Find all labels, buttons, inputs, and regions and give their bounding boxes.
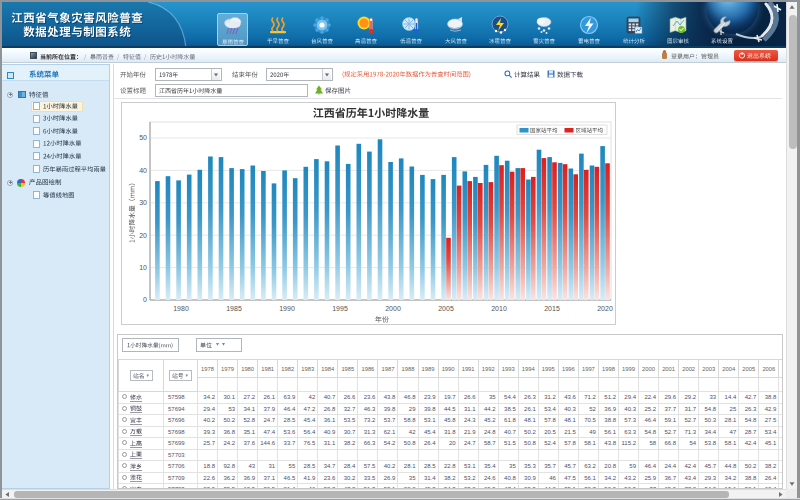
svg-text:1995: 1995 [332,305,348,312]
svg-text:50: 50 [139,134,147,141]
svg-text:1980: 1980 [173,305,189,312]
svg-text:20: 20 [139,232,147,239]
svg-text:1985: 1985 [226,305,242,312]
svg-text:2010: 2010 [491,305,507,312]
svg-text:2015: 2015 [544,305,560,312]
svg-text:2005: 2005 [438,305,454,312]
svg-text:2000: 2000 [385,305,401,312]
svg-text:1990: 1990 [279,305,295,312]
svg-text:0: 0 [143,296,147,303]
svg-text:10: 10 [139,264,147,271]
svg-text:2020: 2020 [597,305,613,312]
svg-text:40: 40 [139,167,147,174]
svg-text:30: 30 [139,199,147,206]
